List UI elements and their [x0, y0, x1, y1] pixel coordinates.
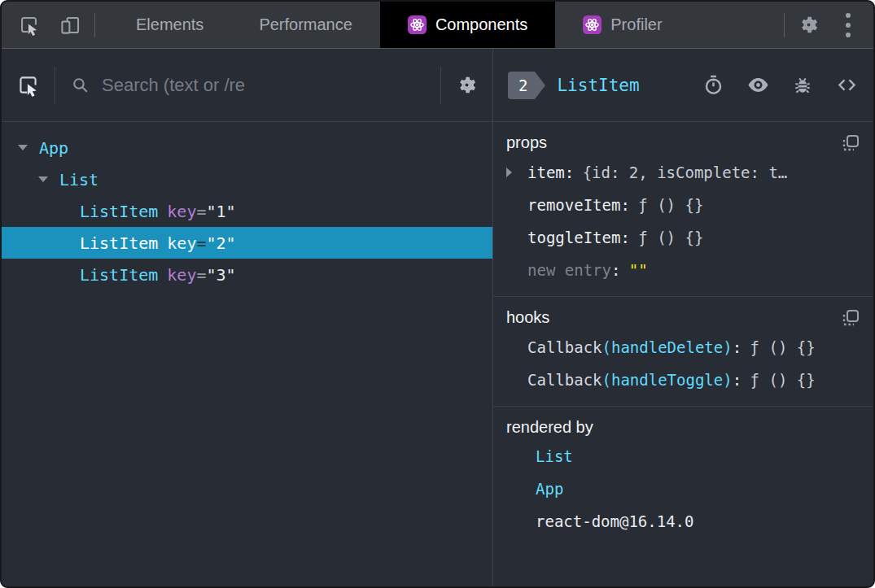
tree-row-list[interactable]: List: [2, 163, 492, 195]
hook-type: Callback: [527, 338, 602, 356]
component-name: ListItem: [80, 202, 158, 221]
prop-value: ƒ () {}: [638, 196, 703, 214]
expand-arrow-icon[interactable]: [506, 168, 527, 177]
tree-toolbar: [2, 49, 492, 122]
tree-row-listitem-1[interactable]: ListItem key = "1": [2, 195, 492, 227]
tabbar-right-group: [771, 2, 873, 48]
tab-components[interactable]: Components: [380, 2, 555, 48]
tab-profiler[interactable]: Profiler: [555, 2, 689, 48]
owners-stack-badge[interactable]: 2: [508, 72, 535, 99]
more-options-kebab-icon[interactable]: [841, 10, 855, 41]
tab-label: Elements: [136, 15, 203, 34]
key-attr-name: key: [167, 233, 196, 253]
component-tree: App List ListItem key = "1" ListItem: [2, 122, 492, 586]
components-tree-panel: App List ListItem key = "1" ListItem: [2, 49, 492, 586]
settings-gear-icon[interactable]: [456, 74, 478, 96]
settings-gear-icon[interactable]: [798, 14, 820, 36]
prop-value: {id: 2, isComplete: t…: [583, 163, 788, 181]
search-icon: [70, 75, 90, 95]
renderer-version-label: react-dom@16.14.0: [536, 512, 693, 530]
inspector-header: 2 ListItem: [493, 49, 873, 122]
stopwatch-suspend-icon[interactable]: [702, 74, 724, 96]
main-area: App List ListItem key = "1" ListItem: [2, 49, 873, 586]
tree-row-app[interactable]: App: [2, 132, 492, 163]
inspect-component-icon[interactable]: [16, 73, 40, 97]
react-atom-icon: [408, 15, 427, 34]
toggle-device-toolbar-icon[interactable]: [59, 14, 81, 36]
prop-row-item[interactable]: item: {id: 2, isComplete: t…: [506, 156, 860, 189]
tab-label: Components: [435, 15, 527, 34]
copy-icon[interactable]: [841, 133, 860, 153]
search-input[interactable]: [102, 75, 426, 96]
view-source-code-icon[interactable]: [835, 73, 859, 97]
prop-row-toggleitem[interactable]: toggleItem: ƒ () {}: [506, 221, 860, 254]
prop-value: ƒ () {}: [638, 229, 703, 246]
bug-log-icon[interactable]: [792, 75, 813, 96]
owner-link[interactable]: List: [536, 447, 573, 465]
tab-label: Profiler: [610, 15, 662, 34]
badge-count: 2: [518, 76, 527, 94]
new-entry-sep: :: [611, 261, 620, 279]
selected-component-name: ListItem: [557, 76, 639, 95]
hook-row-handledelete[interactable]: Callback (handleDelete) : ƒ () {}: [506, 331, 860, 364]
prop-name: item:: [527, 163, 574, 181]
props-section-head: props: [506, 133, 860, 153]
divider: [440, 67, 441, 104]
props-title: props: [506, 133, 547, 152]
hooks-title: hooks: [506, 308, 549, 327]
devtools-tabbar: Elements Performance Components: [2, 2, 873, 49]
tabbar-icon-group: [2, 2, 81, 48]
inspector-panel: 2 ListItem: [492, 49, 873, 586]
hook-fn-name: (handleDelete): [602, 338, 733, 356]
rendered-by-head: rendered by: [506, 418, 860, 437]
hook-fn-name: (handleToggle): [602, 371, 733, 389]
new-entry-value[interactable]: "": [629, 261, 648, 279]
collapse-arrow-icon[interactable]: [18, 145, 39, 150]
component-name: ListItem: [80, 233, 158, 253]
new-entry-label[interactable]: new entry: [527, 261, 611, 279]
key-attr-name: key: [167, 265, 196, 285]
key-attr-value: "3": [207, 265, 236, 285]
prop-row-removeitem[interactable]: removeItem: ƒ () {}: [506, 189, 860, 221]
rendered-by-section: rendered by List App react-dom@16.14.0: [493, 407, 873, 586]
collapse-arrow-icon[interactable]: [38, 176, 59, 182]
inspector-header-icons: [702, 73, 859, 97]
hook-row-handletoggle[interactable]: Callback (handleToggle) : ƒ () {}: [506, 364, 860, 396]
key-attr-eq: =: [196, 233, 206, 253]
tree-row-listitem-3[interactable]: ListItem key = "3": [2, 259, 492, 290]
devtools-window: Elements Performance Components: [0, 0, 875, 588]
inspect-element-icon[interactable]: [18, 14, 40, 36]
prop-name: removeItem:: [527, 196, 630, 214]
copy-icon[interactable]: [841, 308, 860, 328]
component-name: List: [59, 170, 98, 189]
divider: [784, 13, 785, 37]
rendered-by-title: rendered by: [506, 418, 593, 437]
tree-row-listitem-2-selected[interactable]: ListItem key = "2": [2, 227, 492, 259]
hook-type: Callback: [527, 371, 602, 389]
tab-label: Performance: [259, 15, 352, 34]
key-attr-name: key: [167, 202, 196, 221]
rendered-by-list-link[interactable]: List: [506, 440, 860, 473]
component-name: App: [39, 138, 68, 158]
hook-sep: :: [733, 371, 742, 389]
tab-performance[interactable]: Performance: [231, 2, 380, 48]
prop-name: toggleItem:: [527, 229, 630, 246]
key-attr-eq: =: [196, 265, 206, 285]
prop-row-new-entry[interactable]: new entry : "": [506, 254, 860, 286]
component-name: ListItem: [80, 265, 158, 285]
owner-link[interactable]: App: [536, 480, 563, 498]
key-attr-value: "2": [207, 233, 236, 253]
rendered-by-renderer: react-dom@16.14.0: [506, 505, 860, 538]
props-section: props item: {id: 2, isComplete: t…: [493, 122, 873, 297]
divider: [94, 13, 95, 37]
key-attr-eq: =: [196, 202, 206, 221]
divider: [55, 67, 55, 104]
hook-value: ƒ () {}: [750, 338, 816, 356]
hooks-section-head: hooks: [506, 308, 860, 328]
eye-inspect-dom-icon[interactable]: [746, 73, 770, 97]
hook-sep: :: [733, 338, 742, 356]
hooks-section: hooks Callback (handleDelete) : ƒ () {: [493, 297, 873, 407]
rendered-by-app-link[interactable]: App: [506, 473, 860, 505]
hook-value: ƒ () {}: [750, 371, 816, 389]
tab-elements[interactable]: Elements: [108, 2, 231, 48]
